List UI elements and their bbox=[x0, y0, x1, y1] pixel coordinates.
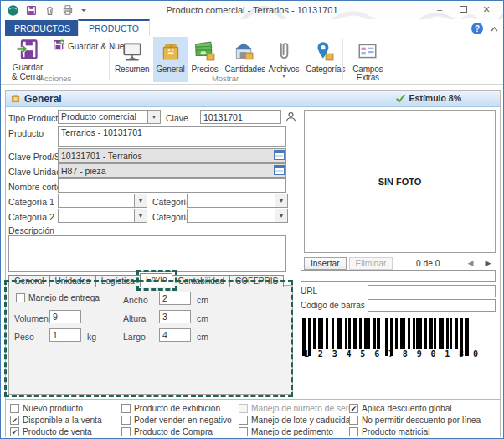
volumen-input[interactable] bbox=[49, 310, 81, 323]
flag-producto-de-venta[interactable]: ✔Producto de venta bbox=[10, 426, 102, 437]
detail-tab-contabilidad[interactable]: Contabilidad bbox=[172, 275, 230, 287]
trash-icon[interactable] bbox=[43, 3, 56, 17]
categoria2-combo[interactable]: ▼ bbox=[58, 209, 147, 223]
flag-producto-de-compra[interactable]: Producto de Compra bbox=[121, 426, 232, 437]
collapse-ribbon-icon[interactable] bbox=[491, 25, 498, 34]
flag-manejo-de-numero-de-serie: Manejo de número de serie bbox=[239, 403, 355, 414]
tipo-producto-label: Tipo Producto bbox=[8, 113, 63, 123]
window-controls: – ✕ bbox=[428, 2, 498, 17]
checkbox-box[interactable] bbox=[16, 293, 25, 302]
categoria3-combo[interactable]: ▼ bbox=[187, 194, 288, 208]
browse-sheet-icon[interactable] bbox=[274, 165, 285, 175]
ribbon-item-campos-extras[interactable]: Campos Extras bbox=[347, 37, 388, 82]
prev-photo-icon[interactable]: ◀ bbox=[463, 259, 478, 267]
checkbox-box[interactable]: ✔ bbox=[10, 416, 19, 425]
checkbox-box[interactable] bbox=[239, 416, 248, 425]
next-photo-icon[interactable]: ▶ bbox=[481, 259, 496, 267]
descripcion-textarea[interactable] bbox=[8, 235, 286, 272]
detail-tab-unidades[interactable]: Unidades bbox=[49, 275, 96, 287]
detail-tab-general[interactable]: General bbox=[8, 275, 50, 287]
barcode-bars bbox=[302, 318, 480, 356]
barcode-input[interactable] bbox=[368, 299, 496, 312]
flag-producto-matricial[interactable]: Producto matricial bbox=[349, 426, 481, 437]
flag-disponible-a-la-venta[interactable]: ✔Disponible a la venta bbox=[10, 415, 102, 426]
maximize-button[interactable] bbox=[451, 2, 475, 17]
checkbox-box[interactable] bbox=[121, 427, 131, 436]
status-badge: Estímulo 8% bbox=[395, 93, 461, 103]
detail-tab-logistica[interactable]: Logística bbox=[95, 275, 141, 287]
producto-textarea[interactable]: Terrarios - 10131701 bbox=[58, 126, 286, 147]
flag-manejo-de-lote-y-caducidad[interactable]: Manejo de lote y caducidad bbox=[239, 415, 355, 426]
flag-label: Poder vender en negativo bbox=[134, 416, 232, 425]
nombre-corto-input[interactable] bbox=[58, 178, 286, 193]
chevron-down-icon: ▼ bbox=[134, 209, 147, 222]
detail-tab-envio[interactable]: Envío bbox=[140, 273, 173, 287]
categoria3-value bbox=[188, 194, 275, 207]
flag-manejo-de-pedimento[interactable]: Manejo de pedimento bbox=[239, 426, 355, 437]
url-input[interactable] bbox=[368, 285, 496, 297]
tab-producto[interactable]: PRODUCTO bbox=[78, 19, 150, 36]
monitor-icon bbox=[115, 39, 149, 64]
guardar-cerrar-label-1: Guardar bbox=[13, 63, 44, 72]
ribbon-item-label: Cantidades bbox=[225, 65, 266, 74]
manejo-entrega-checkbox[interactable]: Manejo de entrega bbox=[16, 292, 100, 303]
flag-nuevo-producto[interactable]: Nuevo producto bbox=[10, 403, 102, 414]
print-icon[interactable] bbox=[61, 3, 75, 17]
checkbox-box[interactable] bbox=[10, 404, 19, 413]
checkbox-box[interactable] bbox=[239, 427, 248, 436]
insertar-button[interactable]: Insertar bbox=[304, 257, 347, 270]
detail-tabs: GeneralUnidadesLogísticaEnvíoContabilida… bbox=[8, 273, 283, 287]
nombre-corto-label: Nombre corto bbox=[8, 182, 62, 192]
minimize-button[interactable]: – bbox=[428, 2, 451, 17]
flag-poder-vender-en-negativo[interactable]: Poder vender en negativo bbox=[121, 415, 232, 426]
ribbon-item-label: Categorías bbox=[306, 65, 345, 74]
peso-input[interactable] bbox=[49, 328, 81, 342]
checkbox-box[interactable] bbox=[349, 416, 358, 425]
qat-dropdown-icon[interactable] bbox=[80, 3, 88, 17]
peso-label: Peso bbox=[14, 332, 34, 342]
categoria4-combo[interactable]: ▼ bbox=[187, 209, 288, 223]
altura-input[interactable] bbox=[159, 310, 191, 323]
form-icon bbox=[349, 39, 386, 64]
categoria2-label: Categoría 2 bbox=[8, 212, 54, 222]
categoria1-combo[interactable]: ▼ bbox=[58, 194, 147, 208]
general-header-title: General bbox=[24, 93, 62, 105]
checkbox-box[interactable] bbox=[121, 416, 131, 425]
chevron-down-icon: ▼ bbox=[275, 209, 287, 222]
ancho-label: Ancho bbox=[123, 295, 148, 305]
detail-tab-cofepris[interactable]: COFEPRIS bbox=[229, 275, 284, 287]
flag-label: Disponible a la venta bbox=[23, 416, 102, 425]
checkbox-box[interactable]: ✔ bbox=[10, 427, 19, 436]
save-icon[interactable] bbox=[24, 3, 38, 17]
flag-producto-de-exhibicion[interactable]: Producto de exhibición bbox=[121, 403, 232, 414]
tipo-producto-combo[interactable]: Producto comercial ▼ bbox=[58, 110, 161, 124]
checkbox-box[interactable] bbox=[349, 427, 358, 436]
flag-label: Producto de exhibición bbox=[134, 404, 220, 413]
checkbox-box[interactable] bbox=[121, 404, 131, 413]
chevron-down-icon: ▼ bbox=[134, 194, 147, 207]
ribbon-tab-row: PRODUCTOS PRODUCTO ? bbox=[1, 19, 503, 36]
flag-no-permitir-descuento-por-linea[interactable]: No permitir descuento por línea bbox=[349, 415, 481, 426]
close-button[interactable]: ✕ bbox=[475, 2, 498, 17]
save-new-icon bbox=[53, 39, 64, 53]
save-close-icon bbox=[16, 38, 39, 63]
photo-path-input[interactable] bbox=[301, 270, 496, 282]
flag-label: Manejo de pedimento bbox=[251, 427, 333, 436]
url-label: URL bbox=[301, 287, 368, 296]
browse-sheet-icon[interactable] bbox=[274, 150, 285, 160]
ancho-input[interactable] bbox=[159, 292, 191, 305]
checkbox-box[interactable]: ✔ bbox=[349, 404, 358, 413]
categoria2-value bbox=[59, 209, 134, 222]
largo-input[interactable] bbox=[159, 328, 191, 342]
barcode-row: Código de barras bbox=[301, 299, 496, 312]
clave-label: Clave bbox=[166, 113, 188, 123]
help-icon[interactable]: ? bbox=[471, 23, 483, 34]
clave-unidad-input[interactable] bbox=[58, 163, 286, 178]
app-icon[interactable] bbox=[6, 3, 19, 17]
clave-input[interactable] bbox=[200, 110, 281, 124]
clave-prod-serv-input[interactable] bbox=[58, 148, 286, 163]
flag-aplica-descuento-global[interactable]: ✔Aplica descuento global bbox=[349, 403, 481, 414]
flag-label: Producto de Compra bbox=[134, 427, 213, 436]
altura-label: Altura bbox=[123, 313, 146, 323]
tab-productos[interactable]: PRODUCTOS bbox=[5, 20, 80, 36]
